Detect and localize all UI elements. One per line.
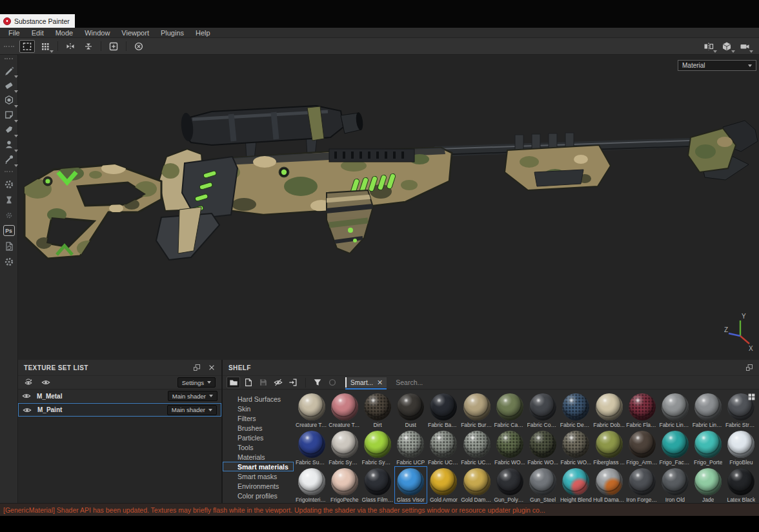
material-fabric-wo[interactable]: Fabric WO... xyxy=(493,429,526,466)
grid-select-icon[interactable] xyxy=(37,40,53,53)
shelf-category-smart-masks[interactable]: Smart masks xyxy=(223,471,294,481)
material-gold-armor[interactable]: Gold Armor xyxy=(427,466,460,504)
photoshop-plugin[interactable]: Ps xyxy=(1,223,17,238)
grid-view-icon[interactable] xyxy=(747,393,756,401)
toolbar-drag-handle[interactable] xyxy=(4,46,14,47)
marquee-select-icon[interactable] xyxy=(19,40,35,53)
gear-small-tool[interactable] xyxy=(1,208,17,222)
projection-tool[interactable] xyxy=(1,92,17,107)
bakers-hourglass-tool[interactable] xyxy=(1,192,17,207)
import-resources-button[interactable] xyxy=(286,377,299,388)
symmetry-y-icon[interactable] xyxy=(81,40,96,53)
material-frigo-facade[interactable]: Frigo_Facade xyxy=(658,429,691,466)
material-fabric-wo[interactable]: Fabric WO... xyxy=(527,429,560,466)
mirror-viewport-icon[interactable] xyxy=(701,40,716,53)
float-panel-icon[interactable] xyxy=(193,364,201,371)
menu-window[interactable]: Window xyxy=(79,29,116,37)
visibility-all-icon[interactable] xyxy=(24,378,33,387)
material-fabric-deni[interactable]: Fabric Deni... xyxy=(560,391,592,429)
perspective-cube-icon[interactable] xyxy=(719,40,734,53)
material-gold-dama[interactable]: Gold Dama... xyxy=(460,466,493,504)
shelf-category-environments[interactable]: Environments xyxy=(223,481,294,491)
add-frame-icon[interactable] xyxy=(106,40,121,53)
shader-dropdown[interactable]: Main shader xyxy=(167,405,217,415)
menu-mode[interactable]: Mode xyxy=(50,29,79,37)
shelf-category-tools[interactable]: Tools xyxy=(223,442,294,452)
texture-set-row-m-metal[interactable]: M_MetalMain shader xyxy=(18,389,221,403)
material-fabric-synt[interactable]: Fabric Synt... xyxy=(328,429,361,466)
material-iron-old[interactable]: Iron Old xyxy=(658,466,691,504)
shading-mode-dropdown[interactable]: Material xyxy=(678,60,756,71)
menu-plugins[interactable]: Plugins xyxy=(155,29,190,37)
material-iron-forged[interactable]: Iron Forged... xyxy=(625,466,658,504)
material-gun-steel[interactable]: Gun_Steel xyxy=(527,466,560,504)
shelf-category-skin[interactable]: Skin xyxy=(223,404,294,413)
material-fabric-com[interactable]: Fabric Com... xyxy=(527,391,560,429)
shader-dropdown[interactable]: Main shader xyxy=(168,391,218,401)
refresh-shelf-icon[interactable] xyxy=(325,377,339,388)
material-height-blend[interactable]: Height Blend xyxy=(560,466,592,504)
material-glass-film[interactable]: Glass Film ... xyxy=(361,466,394,504)
camera-icon[interactable] xyxy=(737,40,753,53)
texture-set-row-m-paint[interactable]: M_PaintMain shader xyxy=(18,403,221,417)
visibility-solo-icon[interactable] xyxy=(41,378,50,387)
material-fabric-burlap[interactable]: Fabric Burlap xyxy=(460,391,493,429)
smart-filter-token[interactable]: Smart... ✕ xyxy=(345,377,387,388)
material-dust[interactable]: Dust xyxy=(394,391,427,429)
viewport-3d[interactable]: Material Y Z X xyxy=(18,55,759,360)
shelf-search-input[interactable] xyxy=(394,378,755,387)
material-fabric-line[interactable]: Fabric Line... xyxy=(658,391,691,429)
substance-gear-tool[interactable] xyxy=(1,177,17,192)
paint-brush-tool[interactable] xyxy=(1,63,17,77)
reset-rotation-icon[interactable] xyxy=(131,40,147,53)
menu-help[interactable]: Help xyxy=(190,29,216,37)
material-fabric-synt[interactable]: Fabric Synt... xyxy=(361,429,394,466)
shelf-category-smart-materials[interactable]: Smart materials xyxy=(223,462,294,471)
hide-resources-button[interactable] xyxy=(271,377,285,388)
clone-stamp-tool[interactable] xyxy=(1,137,17,152)
axis-gizmo[interactable]: Y Z X xyxy=(724,312,755,351)
visibility-eye-icon[interactable] xyxy=(22,391,31,400)
material-fabric-dob[interactable]: Fabric Dob... xyxy=(592,391,625,429)
settings-dropdown[interactable]: Settings xyxy=(177,377,216,388)
polygon-fill-tool[interactable] xyxy=(1,107,17,122)
material-fabric-ucp[interactable]: Fabric UCP xyxy=(394,429,427,466)
app-tab[interactable]: Substance Painter xyxy=(0,14,75,28)
material-dirt[interactable]: Dirt xyxy=(361,391,394,429)
shelf-category-brushes[interactable]: Brushes xyxy=(223,423,294,433)
symmetry-x-icon[interactable] xyxy=(63,40,78,53)
eraser-tool[interactable] xyxy=(1,77,17,92)
menu-file[interactable]: File xyxy=(3,29,26,37)
material-fabric-ucp[interactable]: Fabric UCP ... xyxy=(460,429,493,466)
save-resources-button[interactable] xyxy=(256,377,270,388)
material-creature-te[interactable]: Creature Te... xyxy=(295,391,328,429)
menu-edit[interactable]: Edit xyxy=(26,29,50,37)
material-fabric-ucp[interactable]: Fabric UCP ... xyxy=(427,429,460,466)
material-jade[interactable]: Jade xyxy=(692,466,725,504)
rifle-model[interactable] xyxy=(18,55,759,360)
material-frigopeche[interactable]: FrigoPeche xyxy=(328,466,361,504)
shelf-category-filters[interactable]: Filters xyxy=(223,413,294,423)
material-picker-tool[interactable] xyxy=(1,152,17,166)
material-fabric-canv[interactable]: Fabric Canv... xyxy=(493,391,526,429)
shelf-category-color-profiles[interactable]: Color profiles xyxy=(223,491,294,500)
material-gun-polym[interactable]: Gun_Polym... xyxy=(493,466,526,504)
material-frigointerieur[interactable]: FrigoInterieur xyxy=(295,466,328,504)
new-resource-button[interactable] xyxy=(241,377,255,388)
smudge-tool[interactable] xyxy=(1,122,17,137)
shelf-category-particles[interactable]: Particles xyxy=(223,433,294,442)
visibility-eye-icon[interactable] xyxy=(23,406,32,415)
material-fiberglass[interactable]: Fiberglass ... xyxy=(592,429,625,466)
material-frigo-porte[interactable]: Frigo_Porte xyxy=(692,429,725,466)
resource-updater-tool[interactable] xyxy=(1,239,17,253)
shelf-category-materials[interactable]: Materials xyxy=(223,452,294,462)
material-fabric-flan[interactable]: Fabric Flan... xyxy=(625,391,658,429)
float-panel-icon[interactable] xyxy=(745,364,753,371)
material-creature-to[interactable]: Creature To... xyxy=(328,391,361,429)
material-frigo-armoi[interactable]: Frigo_Armoi... xyxy=(625,429,658,466)
material-frigobleu[interactable]: FrigoBleu xyxy=(725,429,758,466)
sidebar-drag-handle[interactable] xyxy=(5,58,13,59)
shelf-category-hard-surfaces[interactable]: Hard Surfaces xyxy=(223,394,294,404)
material-fabric-wo[interactable]: Fabric WO... xyxy=(560,429,592,466)
material-fabric-supe[interactable]: Fabric Supe... xyxy=(295,429,328,466)
